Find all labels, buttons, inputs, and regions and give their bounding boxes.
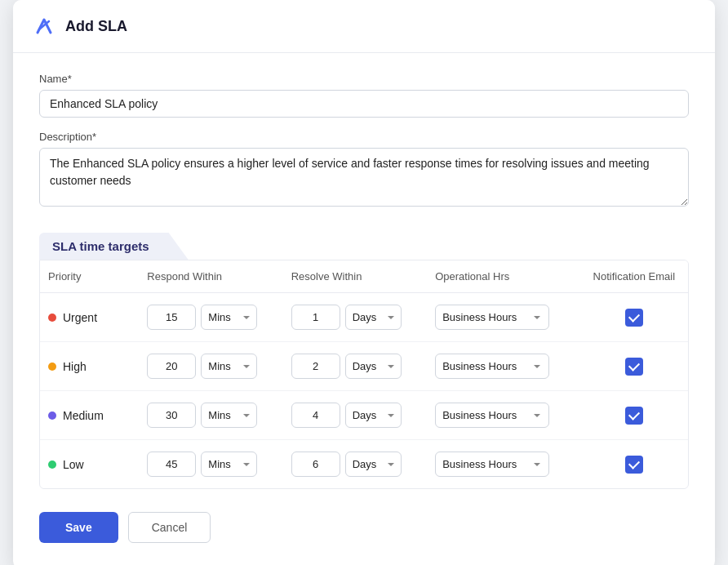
col-header-notif: Notification Email bbox=[580, 260, 688, 293]
notif-cell-low bbox=[580, 440, 688, 489]
sla-table-wrapper: Priority Respond Within Resolve Within O… bbox=[39, 260, 689, 489]
page-title: Add SLA bbox=[65, 18, 127, 35]
respond-cell-urgent: MinsHoursDays bbox=[139, 293, 282, 342]
resolve-cell-urgent: MinsHoursDays bbox=[283, 293, 427, 342]
save-button[interactable]: Save bbox=[39, 512, 118, 543]
respond-unit-low[interactable]: MinsHoursDays bbox=[201, 452, 257, 477]
col-header-respond: Respond Within bbox=[139, 260, 282, 293]
ops-select-low[interactable]: Business HoursCalendar Hours24/7 bbox=[435, 452, 549, 477]
priority-dot-medium bbox=[48, 412, 56, 420]
cancel-button[interactable]: Cancel bbox=[128, 512, 211, 543]
table-row: Medium MinsHoursDays MinsHoursDays Busin… bbox=[40, 391, 688, 440]
resolve-value-low[interactable] bbox=[291, 452, 340, 477]
ops-cell-urgent: Business HoursCalendar Hours24/7 bbox=[427, 293, 579, 342]
ops-cell-low: Business HoursCalendar Hours24/7 bbox=[427, 440, 579, 489]
respond-cell-high: MinsHoursDays bbox=[139, 342, 282, 391]
resolve-unit-low[interactable]: MinsHoursDays bbox=[345, 452, 402, 477]
resolve-cell-medium: MinsHoursDays bbox=[283, 391, 427, 440]
table-row: Low MinsHoursDays MinsHoursDays Business… bbox=[40, 440, 688, 489]
add-sla-modal: Add SLA Name* Description* SLA time targ… bbox=[13, 0, 715, 565]
priority-label-low: Low bbox=[63, 458, 84, 471]
modal-body: Name* Description* SLA time targets Prio… bbox=[13, 53, 715, 565]
priority-cell-low: Low bbox=[40, 440, 139, 489]
resolve-value-medium[interactable] bbox=[291, 403, 340, 428]
name-input[interactable] bbox=[39, 90, 689, 118]
resolve-cell-low: MinsHoursDays bbox=[283, 440, 427, 489]
sla-table: Priority Respond Within Resolve Within O… bbox=[40, 260, 688, 488]
notif-checkbox-medium[interactable] bbox=[625, 407, 643, 425]
description-field-group: Description* bbox=[39, 131, 689, 210]
sla-section: SLA time targets Priority Respond Within… bbox=[39, 233, 689, 489]
description-label: Description* bbox=[39, 131, 689, 143]
priority-label-medium: Medium bbox=[63, 409, 104, 422]
resolve-unit-urgent[interactable]: MinsHoursDays bbox=[345, 305, 402, 330]
resolve-value-high[interactable] bbox=[291, 354, 340, 379]
priority-cell-medium: Medium bbox=[40, 391, 139, 440]
notif-cell-high bbox=[580, 342, 688, 391]
priority-cell-high: High bbox=[40, 342, 139, 391]
respond-value-urgent[interactable] bbox=[147, 305, 196, 330]
description-input[interactable] bbox=[39, 148, 689, 207]
respond-unit-medium[interactable]: MinsHoursDays bbox=[201, 403, 257, 428]
priority-dot-high bbox=[48, 363, 56, 371]
ops-select-medium[interactable]: Business HoursCalendar Hours24/7 bbox=[435, 403, 549, 428]
notif-cell-medium bbox=[580, 391, 688, 440]
notif-checkbox-urgent[interactable] bbox=[625, 309, 643, 327]
resolve-unit-medium[interactable]: MinsHoursDays bbox=[345, 403, 402, 428]
ops-cell-high: Business HoursCalendar Hours24/7 bbox=[427, 342, 579, 391]
priority-dot-low bbox=[48, 460, 56, 469]
sla-section-title: SLA time targets bbox=[39, 233, 189, 260]
notif-cell-urgent bbox=[580, 293, 688, 342]
respond-unit-urgent[interactable]: MinsHoursDays bbox=[201, 305, 257, 330]
col-header-priority: Priority bbox=[40, 260, 139, 293]
col-header-ops: Operational Hrs bbox=[427, 260, 579, 293]
logo-icon bbox=[33, 15, 55, 38]
resolve-value-urgent[interactable] bbox=[291, 305, 340, 330]
respond-cell-medium: MinsHoursDays bbox=[139, 391, 282, 440]
table-header-row: Priority Respond Within Resolve Within O… bbox=[40, 260, 688, 293]
respond-cell-low: MinsHoursDays bbox=[139, 440, 282, 489]
ops-select-urgent[interactable]: Business HoursCalendar Hours24/7 bbox=[435, 305, 549, 330]
respond-value-high[interactable] bbox=[147, 354, 196, 379]
name-label: Name* bbox=[39, 73, 689, 85]
notif-checkbox-low[interactable] bbox=[625, 456, 643, 474]
priority-label-high: High bbox=[63, 360, 87, 373]
name-field-group: Name* bbox=[39, 73, 689, 118]
respond-unit-high[interactable]: MinsHoursDays bbox=[201, 354, 257, 379]
ops-select-high[interactable]: Business HoursCalendar Hours24/7 bbox=[435, 354, 549, 379]
ops-cell-medium: Business HoursCalendar Hours24/7 bbox=[427, 391, 579, 440]
priority-label-urgent: Urgent bbox=[63, 311, 97, 324]
modal-header: Add SLA bbox=[13, 0, 715, 53]
priority-dot-urgent bbox=[48, 314, 56, 322]
table-row: Urgent MinsHoursDays MinsHoursDays Busin… bbox=[40, 293, 688, 342]
col-header-resolve: Resolve Within bbox=[283, 260, 427, 293]
notif-checkbox-high[interactable] bbox=[625, 358, 643, 376]
resolve-unit-high[interactable]: MinsHoursDays bbox=[345, 354, 402, 379]
resolve-cell-high: MinsHoursDays bbox=[283, 342, 427, 391]
footer-actions: Save Cancel bbox=[39, 512, 689, 549]
respond-value-medium[interactable] bbox=[147, 403, 196, 428]
table-row: High MinsHoursDays MinsHoursDays Busines… bbox=[40, 342, 688, 391]
priority-cell-urgent: Urgent bbox=[40, 293, 139, 342]
respond-value-low[interactable] bbox=[147, 452, 196, 477]
